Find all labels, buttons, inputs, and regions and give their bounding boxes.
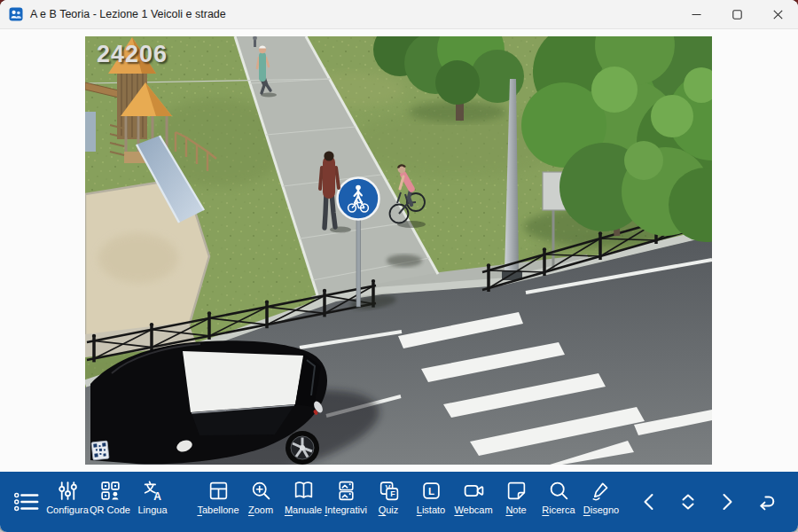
toolbar-label: Manuale	[285, 505, 322, 515]
svg-text:A: A	[153, 490, 161, 502]
toolbar-button-qr-code[interactable]: QR Code	[89, 472, 131, 532]
toolbar-label: Webcam	[454, 505, 492, 515]
car-wheel	[286, 431, 319, 465]
toolbar-button-configura[interactable]: Configura	[46, 472, 89, 532]
app-window: A e B Teoria - Lezione 1 Veicoli e strad…	[0, 0, 798, 532]
chevrons-up-down-icon	[676, 489, 700, 514]
toolbar-button-integrativi[interactable]: Integrativi	[325, 472, 367, 532]
next-button[interactable]	[708, 472, 747, 532]
toolbar-button-note[interactable]: Note	[495, 472, 537, 532]
scene-id-number: 24206	[97, 41, 168, 68]
scene-illustration	[85, 36, 712, 465]
chevron-left-icon	[637, 489, 661, 514]
toolbar-button-lingua[interactable]: A Lingua	[131, 472, 174, 532]
toolbar-label: Zoom	[248, 505, 273, 515]
menu-list-button[interactable]	[7, 472, 46, 532]
expand-collapse-button[interactable]	[669, 472, 708, 532]
toolbar-label: Disegno	[583, 505, 619, 515]
toolbar-button-disegno[interactable]: Disegno	[580, 472, 622, 532]
toolbar-button-quiz[interactable]: V F Quiz	[367, 472, 410, 532]
menu-list-icon	[13, 490, 40, 513]
grid-board-icon	[207, 480, 230, 502]
zoom-in-icon	[250, 480, 272, 502]
window-title: A e B Teoria - Lezione 1 Veicoli e strad…	[30, 8, 226, 20]
car-white-roof	[183, 351, 303, 412]
toolbar-button-listato[interactable]: L Listato	[410, 472, 452, 532]
close-icon	[773, 10, 783, 20]
toolbar-button-tabellone[interactable]: Tabellone	[197, 472, 239, 532]
qr-watermark-icon	[91, 441, 109, 460]
toolbar-button-ricerca[interactable]: Ricerca	[537, 472, 580, 532]
maximize-button[interactable]	[716, 0, 757, 28]
toolbar-label: Lingua	[137, 505, 167, 515]
toolbar-label: Tabellone	[197, 505, 239, 515]
chevron-right-icon	[715, 489, 739, 514]
svg-text:L: L	[428, 486, 434, 497]
return-arrow-icon	[754, 489, 778, 514]
toolbar-label: QR Code	[90, 505, 130, 515]
note-icon	[505, 480, 528, 502]
qr-code-icon	[99, 480, 121, 502]
toolbar-button-manuale[interactable]: Manuale	[282, 472, 325, 532]
toolbar-label: Ricerca	[542, 505, 575, 515]
toolbar-nav-gap	[622, 472, 630, 532]
toolbar-label: Configura	[46, 505, 89, 515]
toolbar-button-webcam[interactable]: Webcam	[452, 472, 495, 532]
prev-button[interactable]	[630, 472, 669, 532]
bottom-toolbar: Configura QR Code A Lingua Tabellone	[0, 472, 798, 532]
app-icon	[9, 7, 23, 21]
true-false-icon: V F	[378, 480, 400, 502]
minimize-button[interactable]	[676, 0, 716, 28]
sliders-icon	[57, 480, 79, 502]
pen-signature-icon	[591, 480, 613, 502]
content-area: 24206	[0, 29, 798, 472]
maximize-icon	[732, 10, 742, 20]
toolbar-label: Listato	[417, 505, 445, 515]
toolbar-label: Integrativi	[325, 505, 367, 515]
toolbar-label: Note	[505, 505, 526, 515]
translate-icon: A	[142, 480, 164, 502]
lesson-scene[interactable]: 24206	[85, 36, 712, 465]
close-button[interactable]	[757, 0, 798, 28]
window-controls	[676, 0, 798, 28]
title-bar: A e B Teoria - Lezione 1 Veicoli e strad…	[0, 0, 798, 29]
stacked-images-icon	[335, 480, 357, 502]
search-icon	[548, 480, 570, 502]
listato-L-icon: L	[420, 480, 442, 502]
video-camera-icon	[463, 480, 485, 502]
return-button[interactable]	[747, 472, 786, 532]
toolbar-group-gap	[174, 472, 197, 532]
toolbar-label: Quiz	[379, 505, 399, 515]
open-book-icon	[293, 480, 315, 502]
toolbar-button-zoom[interactable]: Zoom	[239, 472, 282, 532]
svg-text:F: F	[390, 489, 395, 498]
minimize-icon	[692, 10, 701, 20]
